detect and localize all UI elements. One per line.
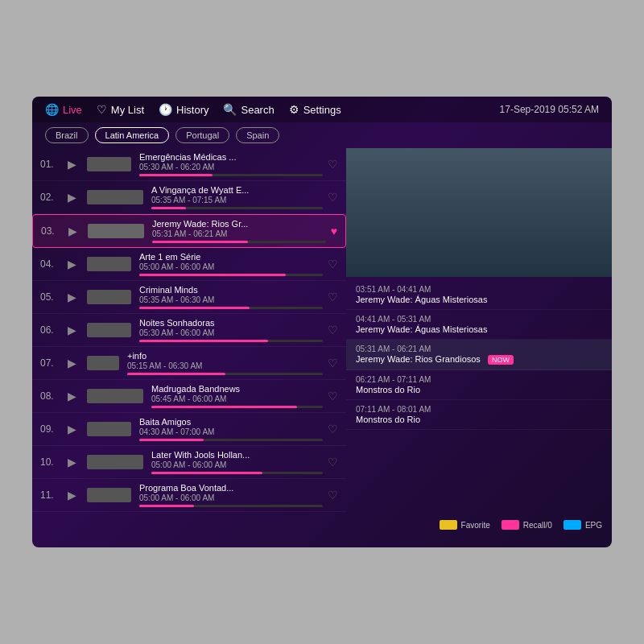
- legend: Favorite Recall/0 EPG: [346, 515, 612, 535]
- ch-program-name-9: Baita Amigos: [139, 417, 323, 427]
- ch-progress-fill-11: [139, 505, 194, 507]
- ch-program-time-3: 05:31 AM - 06:21 AM: [152, 229, 326, 238]
- ch-program-10: Later With Jools Hollan... 05:00 AM - 06…: [151, 450, 323, 474]
- sched-time-2: 05:31 AM - 06:21 AM: [356, 345, 602, 353]
- ch-progress-fill-10: [151, 472, 262, 474]
- nav-search-label: Search: [241, 104, 274, 116]
- ch-program-11: Programa Boa Vontad... 05:00 AM - 06:00 …: [139, 483, 323, 507]
- channel-row-11[interactable]: 11. ▶ Programa Boa Vontad... 05:00 AM - …: [32, 479, 346, 512]
- nav-history-label: History: [176, 104, 208, 116]
- datetime-display: 17-Sep-2019 05:52 AM: [500, 104, 599, 115]
- ch-logo-11: [87, 488, 131, 502]
- ch-heart-5[interactable]: ♡: [328, 291, 338, 303]
- schedule-item-4[interactable]: 07:11 AM - 08:01 AM Monstros do Rio: [346, 400, 612, 430]
- legend-favorite: Favorite: [440, 520, 490, 530]
- ch-heart-11[interactable]: ♡: [328, 489, 338, 502]
- ch-program-5: Criminal Minds 05:35 AM - 06:30 AM: [139, 285, 323, 309]
- ch-num-3: 03.: [41, 225, 64, 237]
- channel-row-5[interactable]: 05. ▶ Criminal Minds 05:35 AM - 06:30 AM…: [32, 281, 346, 314]
- region-spain[interactable]: Spain: [236, 127, 279, 143]
- legend-dot-favorite: [440, 520, 457, 530]
- ch-heart-9[interactable]: ♡: [328, 423, 338, 436]
- ch-heart-10[interactable]: ♡: [328, 456, 338, 469]
- tv-icon-2: ▶: [63, 188, 80, 206]
- ch-program-name-8: Madrugada Bandnews: [151, 384, 323, 394]
- ch-program-time-10: 05:00 AM - 06:00 AM: [151, 460, 323, 469]
- schedule-item-1[interactable]: 04:41 AM - 05:31 AM Jeremy Wade: Águas M…: [346, 310, 612, 340]
- ch-program-name-4: Arte 1 em Série: [139, 252, 323, 262]
- heart-icon: ♡: [97, 103, 107, 116]
- sched-time-1: 04:41 AM - 05:31 AM: [356, 315, 602, 324]
- ch-program-1: Emergências Médicas ... 05:30 AM - 06:20…: [139, 152, 323, 176]
- region-brazil[interactable]: Brazil: [45, 127, 89, 143]
- tv-icon-8: ▶: [63, 387, 80, 405]
- tv-icon-3: ▶: [64, 222, 81, 240]
- ch-logo-10: [87, 455, 143, 469]
- ch-heart-6[interactable]: ♡: [328, 324, 338, 336]
- ch-num-8: 08.: [40, 390, 63, 402]
- ch-program-8: Madrugada Bandnews 05:45 AM - 06:00 AM: [151, 384, 323, 408]
- channel-list: 01. ▶ Emergências Médicas ... 05:30 AM -…: [32, 148, 346, 535]
- channel-row-8[interactable]: 08. ▶ Madrugada Bandnews 05:45 AM - 06:0…: [32, 380, 346, 413]
- ch-progress-6: [139, 340, 323, 342]
- ch-progress-2: [151, 207, 323, 209]
- ch-progress-4: [139, 274, 323, 276]
- sched-time-3: 06:21 AM - 07:11 AM: [356, 375, 602, 384]
- schedule-item-3[interactable]: 06:21 AM - 07:11 AM Monstros do Rio: [346, 370, 612, 400]
- ch-progress-fill-9: [139, 439, 204, 441]
- schedule-item-0[interactable]: 03:51 AM - 04:41 AM Jeremy Wade: Águas M…: [346, 280, 612, 310]
- ch-program-time-4: 05:00 AM - 06:00 AM: [139, 262, 323, 271]
- ch-num-9: 09.: [40, 423, 63, 435]
- channel-row-1[interactable]: 01. ▶ Emergências Médicas ... 05:30 AM -…: [32, 148, 346, 181]
- legend-label-recall: Recall/0: [523, 521, 552, 530]
- ch-num-2: 02.: [40, 192, 63, 203]
- search-icon: 🔍: [223, 103, 237, 116]
- ch-program-4: Arte 1 em Série 05:00 AM - 06:00 AM: [139, 252, 323, 276]
- nav-search[interactable]: 🔍 Search: [223, 103, 274, 116]
- ch-logo-5: [87, 290, 131, 304]
- channel-row-7[interactable]: 07. ▶ +info 05:15 AM - 06:30 AM ♡: [32, 347, 346, 380]
- ch-heart-2[interactable]: ♡: [328, 191, 338, 204]
- now-badge: NOW: [488, 355, 514, 365]
- schedule-item-2[interactable]: 05:31 AM - 06:21 AM Jeremy Wade: Rios Gr…: [346, 340, 612, 370]
- ch-progress-7: [127, 373, 323, 375]
- ch-heart-4[interactable]: ♡: [328, 258, 338, 270]
- ch-heart-8[interactable]: ♡: [328, 390, 338, 402]
- nav-live[interactable]: 🌐 Live: [45, 103, 82, 116]
- ch-program-name-2: A Vingança de Wyatt E...: [151, 185, 323, 195]
- ch-num-1: 01.: [40, 159, 63, 170]
- nav-mylist[interactable]: ♡ My List: [97, 103, 144, 116]
- ch-progress-8: [151, 406, 323, 408]
- channel-row-4[interactable]: 04. ▶ Arte 1 em Série 05:00 AM - 06:00 A…: [32, 248, 346, 281]
- legend-dot-recall: [502, 520, 519, 530]
- ch-progress-fill-7: [127, 373, 225, 375]
- ch-num-11: 11.: [40, 489, 63, 501]
- ch-program-time-9: 04:30 AM - 07:00 AM: [139, 427, 323, 436]
- ch-progress-9: [139, 439, 323, 441]
- sched-title-1: Jeremy Wade: Águas Misteriosas: [356, 324, 602, 334]
- ch-heart-1[interactable]: ♡: [328, 158, 338, 171]
- region-latin-america[interactable]: Latin America: [95, 127, 170, 143]
- ch-program-name-10: Later With Jools Hollan...: [151, 450, 323, 460]
- ch-logo-1: [87, 157, 131, 171]
- region-tabs: Brazil Latin America Portugal Spain: [32, 122, 612, 148]
- channel-row-9[interactable]: 09. ▶ Baita Amigos 04:30 AM - 07:00 AM ♡: [32, 413, 346, 446]
- nav-history[interactable]: 🕐 History: [159, 103, 208, 116]
- channel-row-6[interactable]: 06. ▶ Noites Sonhadoras 05:30 AM - 06:00…: [32, 314, 346, 347]
- ch-program-time-1: 05:30 AM - 06:20 AM: [139, 163, 323, 171]
- channel-row-2[interactable]: 02. ▶ A Vingança de Wyatt E... 05:35 AM …: [32, 181, 346, 214]
- ch-heart-3[interactable]: ♥: [331, 225, 337, 237]
- clock-icon: 🕐: [159, 103, 172, 116]
- scene-background: [346, 148, 612, 277]
- sched-title-0: Jeremy Wade: Águas Misteriosas: [356, 295, 602, 304]
- region-portugal[interactable]: Portugal: [175, 127, 229, 143]
- ch-heart-7[interactable]: ♡: [328, 357, 338, 369]
- nav-settings[interactable]: ⚙ Settings: [289, 103, 341, 116]
- channel-row-10[interactable]: 10. ▶ Later With Jools Hollan... 05:00 A…: [32, 446, 346, 479]
- globe-icon: 🌐: [45, 103, 59, 116]
- tv-icon-5: ▶: [63, 288, 80, 306]
- channel-row-3[interactable]: 03. ▶ Jeremy Wade: Rios Gr... 05:31 AM -…: [32, 214, 346, 248]
- nav-mylist-label: My List: [111, 104, 144, 116]
- ch-program-name-11: Programa Boa Vontad...: [139, 483, 323, 493]
- legend-label-epg: EPG: [585, 521, 602, 530]
